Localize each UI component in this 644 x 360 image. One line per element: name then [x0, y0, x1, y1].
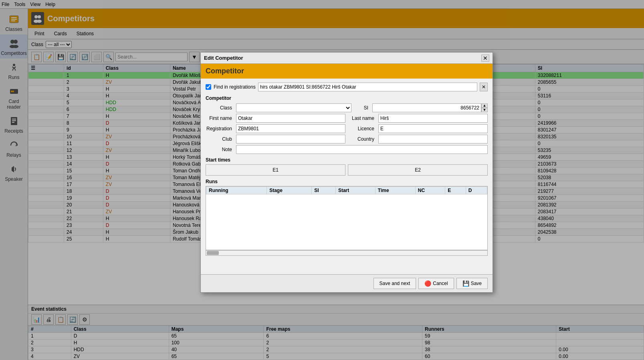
class-label: Class	[206, 105, 234, 111]
runs-scrollbar[interactable]	[206, 250, 488, 256]
runs-col-e: E	[445, 187, 466, 194]
lastname-input[interactable]	[378, 114, 488, 123]
runs-col-nc: NC	[415, 187, 445, 194]
dialog-footer: Save and next 🔴 Cancel 💾 Save	[201, 274, 493, 292]
si-spinner: ▲ ▼	[481, 103, 488, 112]
si-input[interactable]	[372, 103, 481, 112]
cancel-icon: 🔴	[424, 280, 431, 287]
dialog-section-label: Competitor	[206, 67, 244, 75]
save-and-next-button[interactable]: Save and next	[373, 278, 416, 289]
dialog-body: Find in registrations ✕ Competitor Class…	[201, 79, 493, 274]
si-up-button[interactable]: ▲	[481, 103, 488, 108]
find-registrations-label: Find in registrations	[214, 84, 256, 90]
dialog-overlay: Edit Competitor ✕ Competitor Find in reg…	[0, 0, 644, 360]
cancel-button[interactable]: 🔴 Cancel	[418, 278, 454, 289]
note-input[interactable]	[236, 145, 488, 154]
licence-label: Licence	[348, 126, 376, 131]
start-times-label: Start times	[206, 157, 488, 163]
runs-col-d: D	[466, 187, 487, 194]
runs-col-running: Running	[206, 187, 267, 194]
dialog-header: Competitor	[201, 64, 493, 79]
find-registrations-input[interactable]	[258, 83, 477, 91]
competitor-section-label: Competitor	[206, 95, 488, 101]
save-label: Save	[471, 281, 482, 286]
firstname-input[interactable]	[236, 114, 345, 123]
dialog-titlebar: Edit Competitor ✕	[201, 53, 493, 64]
runs-label: Runs	[206, 179, 488, 184]
country-label: Country	[348, 136, 376, 142]
country-input[interactable]	[378, 135, 488, 144]
club-label: Club	[206, 136, 234, 142]
runs-col-si: SI	[312, 187, 336, 194]
si-down-button[interactable]: ▼	[481, 108, 488, 112]
e2-button[interactable]: E2	[348, 164, 488, 176]
runs-table: Running Stage SI Start Time NC E D	[206, 186, 487, 194]
si-input-row: ▲ ▼	[372, 103, 488, 112]
form-row-class-si: Class D H HDD ZV SI ▲ ▼	[206, 103, 488, 112]
si-label: SI	[354, 105, 370, 111]
edit-competitor-dialog: Edit Competitor ✕ Competitor Find in reg…	[200, 52, 493, 293]
form-row-club-country: Club Country	[206, 135, 488, 144]
find-registrations-row: Find in registrations ✕	[206, 83, 488, 91]
class-select[interactable]: D H HDD ZV	[236, 103, 351, 112]
start-times-row: E1 E2	[206, 164, 488, 176]
dialog-title: Edit Competitor	[204, 55, 243, 61]
runs-col-start: Start	[335, 187, 375, 194]
search-clear-button[interactable]: ✕	[480, 83, 488, 91]
club-input[interactable]	[236, 135, 345, 144]
runs-col-stage: Stage	[267, 187, 312, 194]
form-row-reg-lic: Registration Licence	[206, 124, 488, 133]
runs-table-wrapper[interactable]: Running Stage SI Start Time NC E D	[206, 186, 488, 250]
lastname-label: Last name	[348, 115, 376, 121]
registration-input[interactable]	[236, 124, 345, 133]
scrollbar-thumb	[207, 251, 219, 255]
cancel-label: Cancel	[433, 281, 448, 286]
save-button[interactable]: 💾 Save	[456, 278, 488, 289]
runs-col-time: Time	[375, 187, 415, 194]
firstname-label: First name	[206, 115, 234, 121]
form-row-names: First name Last name	[206, 114, 488, 123]
find-registrations-checkbox[interactable]	[206, 84, 211, 90]
e1-button[interactable]: E1	[206, 164, 345, 176]
registration-label: Registration	[206, 126, 234, 131]
form-row-note: Note	[206, 145, 488, 154]
note-label: Note	[206, 147, 234, 152]
licence-input[interactable]	[378, 124, 488, 133]
save-icon: 💾	[462, 280, 469, 287]
dialog-close-button[interactable]: ✕	[481, 55, 489, 62]
